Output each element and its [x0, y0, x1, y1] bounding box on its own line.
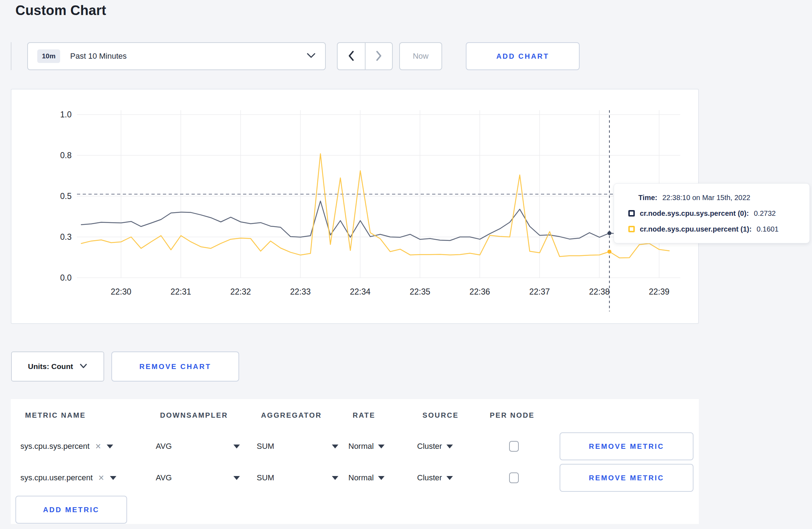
column-header: SOURCE — [422, 411, 459, 419]
chart-card[interactable]: 0.00.30.50.81.022:3022:3122:3222:3322:34… — [11, 89, 699, 324]
x-tick-label: 22:35 — [410, 287, 430, 296]
y-tick-label: 0.0 — [60, 273, 72, 282]
select-value: Cluster — [417, 442, 442, 451]
tooltip-series-label: cr.node.sys.cpu.sys.percent (0): — [640, 209, 749, 218]
source-select[interactable]: Cluster — [417, 464, 453, 492]
x-tick-label: 22:37 — [529, 287, 550, 296]
downsampler-select[interactable]: AVG — [156, 432, 240, 460]
tooltip-series-row: cr.node.sys.cpu.user.percent (1):0.1601 — [628, 224, 809, 234]
caret-down-icon — [332, 476, 338, 480]
caret-down-icon — [107, 445, 113, 448]
hover-dot-0 — [608, 231, 612, 235]
select-value: Cluster — [417, 473, 442, 482]
tooltip-series-label: cr.node.sys.cpu.user.percent (1): — [640, 225, 751, 233]
column-header: AGGREGATOR — [261, 411, 322, 419]
x-tick-label: 22:36 — [469, 287, 490, 296]
select-value: sys.cpu.sys.percent — [20, 442, 90, 451]
tooltip-series-value: 0.1601 — [757, 225, 778, 233]
page-title: Custom Chart — [15, 3, 106, 18]
select-value: AVG — [156, 442, 172, 451]
y-tick-label: 0.3 — [60, 232, 72, 242]
select-value: Normal — [348, 473, 374, 482]
tooltip-series-value: 0.2732 — [754, 209, 776, 218]
tooltip-time: Time: 22:38:10 on Mar 15th, 2022 — [638, 192, 809, 203]
tooltip-series-row: cr.node.sys.cpu.sys.percent (0):0.2732 — [628, 208, 809, 219]
metric-row: sys.cpu.sys.percent×AVGSUMNormalClusterR… — [11, 432, 699, 460]
column-header: DOWNSAMPLER — [160, 411, 228, 419]
remove-chart-button[interactable]: REMOVE CHART — [111, 351, 239, 382]
source-select[interactable]: Cluster — [417, 432, 453, 460]
x-tick-label: 22:39 — [649, 287, 670, 296]
remove-metric-button[interactable]: REMOVE METRIC — [560, 432, 693, 460]
downsampler-select[interactable]: AVG — [156, 464, 240, 492]
select-value: SUM — [257, 473, 274, 482]
custom-chart-page: Custom Chart 10m Past 10 Minutes Now ADD… — [0, 0, 812, 529]
units-select[interactable]: Units: Count — [11, 351, 104, 382]
column-header: METRIC NAME — [25, 411, 86, 419]
series-line-0 — [81, 201, 669, 241]
custom-chart[interactable]: 0.00.30.50.81.022:3022:3122:3222:3322:34… — [11, 89, 699, 324]
add-metric-button[interactable]: ADD METRIC — [15, 496, 127, 524]
y-tick-label: 1.0 — [60, 110, 72, 119]
aggregator-select[interactable]: SUM — [257, 464, 338, 492]
chart-tooltip: Time: 22:38:10 on Mar 15th, 2022 cr.node… — [614, 183, 810, 243]
select-value: SUM — [257, 442, 274, 451]
select-value: AVG — [156, 473, 172, 482]
remove-metric-button[interactable]: REMOVE METRIC — [560, 464, 693, 492]
rate-select[interactable]: Normal — [348, 432, 385, 460]
y-tick-label: 0.8 — [60, 151, 72, 160]
caret-down-icon — [446, 476, 453, 480]
chevron-left-icon — [347, 50, 356, 63]
caret-down-icon — [446, 445, 453, 448]
chevron-down-icon — [79, 363, 87, 370]
now-button[interactable]: Now — [399, 42, 442, 70]
time-range-select[interactable]: 10m Past 10 Minutes — [27, 42, 326, 70]
caret-down-icon — [378, 476, 385, 480]
time-range-badge: 10m — [37, 49, 60, 63]
tooltip-time-label: Time: — [638, 194, 657, 202]
clear-metric-icon[interactable]: × — [98, 473, 104, 483]
x-tick-label: 22:30 — [111, 287, 131, 296]
caret-down-icon — [378, 445, 385, 448]
x-tick-label: 22:38 — [589, 287, 610, 296]
toolbar-divider — [11, 42, 11, 70]
tooltip-time-value: 22:38:10 on Mar 15th, 2022 — [662, 194, 750, 202]
series-swatch-icon — [628, 210, 635, 217]
series-line-1 — [81, 154, 669, 258]
units-label: Units: Count — [28, 362, 73, 371]
aggregator-select[interactable]: SUM — [257, 432, 338, 460]
clear-metric-icon[interactable]: × — [95, 442, 101, 451]
time-pager — [337, 42, 393, 70]
metric-row: sys.cpu.user.percent×AVGSUMNormalCluster… — [11, 464, 699, 492]
column-header: PER NODE — [490, 411, 535, 419]
caret-down-icon — [110, 476, 116, 480]
per-node-checkbox[interactable] — [509, 472, 519, 483]
select-value: sys.cpu.user.percent — [20, 473, 93, 482]
select-value: Normal — [348, 442, 374, 451]
chevron-right-icon — [374, 50, 383, 63]
chevron-down-icon — [306, 52, 316, 60]
add-chart-button[interactable]: ADD CHART — [466, 42, 580, 70]
x-tick-label: 22:32 — [230, 287, 251, 296]
caret-down-icon — [233, 445, 240, 448]
metrics-table: METRIC NAMEDOWNSAMPLERAGGREGATORRATESOUR… — [11, 399, 699, 524]
time-range-label: Past 10 Minutes — [70, 52, 127, 61]
prev-range-button[interactable] — [338, 43, 365, 69]
x-tick-label: 22:31 — [170, 287, 191, 296]
next-range-button[interactable] — [365, 43, 392, 69]
metric-name-select[interactable]: sys.cpu.user.percent× — [20, 464, 116, 492]
column-header: RATE — [353, 411, 375, 419]
caret-down-icon — [233, 476, 240, 480]
x-tick-label: 22:34 — [350, 287, 371, 296]
hover-dot-1 — [608, 249, 612, 253]
per-node-checkbox[interactable] — [509, 441, 519, 452]
series-swatch-icon — [628, 226, 635, 232]
y-tick-label: 0.5 — [60, 191, 72, 201]
caret-down-icon — [332, 445, 338, 448]
rate-select[interactable]: Normal — [348, 464, 385, 492]
metric-name-select[interactable]: sys.cpu.sys.percent× — [20, 432, 113, 460]
x-tick-label: 22:33 — [290, 287, 311, 296]
